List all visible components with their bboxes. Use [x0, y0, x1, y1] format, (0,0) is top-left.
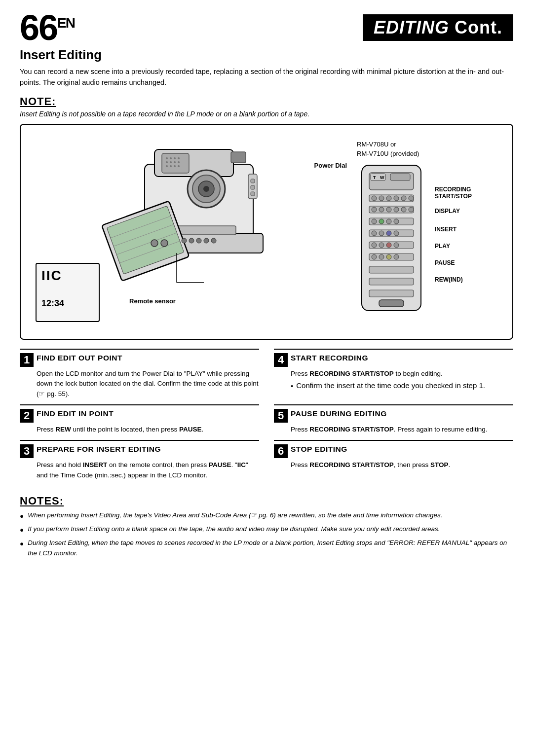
- svg-point-17: [170, 165, 172, 167]
- svg-point-35: [161, 240, 168, 247]
- step-6-body: Press RECORDING START/STOP, then press S…: [274, 460, 513, 470]
- svg-rect-21: [251, 179, 255, 183]
- notes-header: NOTES:: [20, 495, 513, 507]
- svg-point-65: [394, 219, 399, 224]
- step-1-body: Open the LCD monitor and turn the Power …: [20, 369, 259, 400]
- svg-point-50: [386, 196, 391, 201]
- svg-point-18: [174, 165, 176, 167]
- svg-point-5: [203, 186, 209, 192]
- svg-point-73: [379, 243, 384, 248]
- remote-button-labels: RECORDING START/STOP DISPLAY INSERT PLAY…: [435, 163, 472, 283]
- svg-rect-6: [231, 152, 246, 163]
- svg-rect-81: [369, 266, 414, 273]
- svg-rect-22: [251, 185, 255, 189]
- step-1-title: FIND EDIT OUT POINT: [37, 353, 122, 363]
- step-2-title: FIND EDIT IN POINT: [37, 408, 114, 419]
- step-4: 4 START RECORDING Press RECORDING START/…: [274, 349, 513, 400]
- svg-point-74: [386, 243, 391, 248]
- svg-point-9: [170, 157, 172, 159]
- svg-point-14: [174, 161, 176, 163]
- camera-illustration: [85, 135, 298, 322]
- notes-list: ● When performing Insert Editing, the ta…: [20, 510, 513, 559]
- svg-point-58: [394, 207, 399, 212]
- svg-point-80: [394, 254, 399, 259]
- step-6: 6 STOP EDITING Press RECORDING START/STO…: [274, 440, 513, 481]
- step-3-number: 3: [20, 444, 34, 458]
- svg-point-8: [166, 157, 168, 159]
- svg-point-52: [401, 196, 406, 201]
- lcd-panel: IIC 12:34: [36, 263, 100, 322]
- step-3-body: Press and hold INSERT on the remote cont…: [20, 460, 259, 481]
- svg-point-19: [178, 165, 180, 167]
- svg-point-49: [379, 196, 384, 201]
- label-recording: RECORDING: [435, 186, 472, 192]
- svg-text:T: T: [373, 175, 376, 180]
- note-item-3: ● During Insert Editing, when the tape m…: [20, 538, 513, 559]
- svg-point-38: [196, 238, 201, 243]
- svg-text:W: W: [380, 175, 384, 180]
- svg-point-40: [211, 238, 216, 243]
- svg-point-69: [386, 231, 391, 236]
- step-4-bullet: • Confirm the insert at the time code yo…: [274, 381, 513, 390]
- svg-point-39: [204, 238, 209, 243]
- label-display: DISPLAY: [435, 208, 472, 214]
- remote-section: RM-V708U or RM-V710U (provided) T W: [357, 135, 502, 316]
- svg-rect-84: [379, 300, 404, 307]
- svg-point-63: [379, 219, 384, 224]
- step-5-title: PAUSE DURING EDITING: [291, 408, 387, 419]
- svg-rect-83: [369, 290, 414, 297]
- step-3-title: PREPARE FOR INSERT EDITING: [37, 444, 161, 455]
- step-5: 5 PAUSE DURING EDITING Press RECORDING S…: [274, 404, 513, 435]
- page-title: Insert Editing: [20, 47, 513, 63]
- note-item-2: ● If you perform Insert Editing onto a b…: [20, 524, 513, 536]
- svg-point-53: [409, 196, 414, 201]
- label-start-stop: START/STOP: [435, 193, 472, 199]
- svg-point-68: [379, 231, 384, 236]
- svg-point-64: [386, 219, 391, 224]
- label-rewind: REW(IND): [435, 277, 472, 283]
- svg-point-77: [372, 254, 377, 259]
- note-text: Insert Editing is not possible on a tape…: [20, 110, 513, 118]
- svg-point-15: [178, 161, 180, 163]
- diagram-box: IIC 12:34 Power Dial Remote sensor RM-V7…: [20, 124, 513, 340]
- label-pause: PAUSE: [435, 260, 472, 266]
- svg-point-51: [394, 196, 399, 201]
- step-2: 2 FIND EDIT IN POINT Press REW until the…: [20, 404, 259, 435]
- step-1: 1 FIND EDIT OUT POINT Open the LCD monit…: [20, 349, 259, 400]
- svg-point-57: [386, 207, 391, 212]
- step-2-number: 2: [20, 409, 34, 423]
- svg-point-78: [379, 254, 384, 259]
- step-3: 3 PREPARE FOR INSERT EDITING Press and h…: [20, 440, 259, 481]
- svg-point-55: [372, 207, 377, 212]
- power-dial-label: Power Dial: [314, 162, 347, 169]
- svg-point-36: [182, 238, 187, 243]
- label-play: PLAY: [435, 243, 472, 249]
- page-number: 66EN: [20, 10, 75, 45]
- svg-point-79: [386, 254, 391, 259]
- page-header: 66EN EDITING Cont.: [20, 10, 513, 45]
- svg-point-34: [151, 240, 158, 247]
- remote-sensor-label: Remote sensor: [129, 297, 176, 305]
- intro-text: You can record a new scene into a previo…: [20, 67, 513, 88]
- label-insert: INSERT: [435, 226, 472, 232]
- svg-point-48: [372, 196, 377, 201]
- step-6-number: 6: [274, 444, 288, 458]
- step-5-number: 5: [274, 409, 288, 423]
- remote-diagram: T W: [357, 163, 502, 316]
- step-4-number: 4: [274, 353, 288, 367]
- svg-point-37: [189, 238, 194, 243]
- step-6-title: STOP EDITING: [291, 444, 347, 455]
- svg-point-10: [174, 157, 176, 159]
- svg-rect-46: [390, 174, 410, 180]
- step-5-body: Press RECORDING START/STOP. Press again …: [274, 425, 513, 435]
- remote-svg: T W: [357, 163, 431, 316]
- svg-rect-23: [251, 192, 255, 196]
- svg-point-59: [401, 207, 406, 212]
- svg-point-56: [379, 207, 384, 212]
- svg-point-67: [372, 231, 377, 236]
- note-item-1: ● When performing Insert Editing, the ta…: [20, 510, 513, 522]
- svg-point-11: [178, 157, 180, 159]
- svg-point-72: [372, 243, 377, 248]
- svg-point-12: [166, 161, 168, 163]
- note-header: NOTE:: [20, 95, 513, 108]
